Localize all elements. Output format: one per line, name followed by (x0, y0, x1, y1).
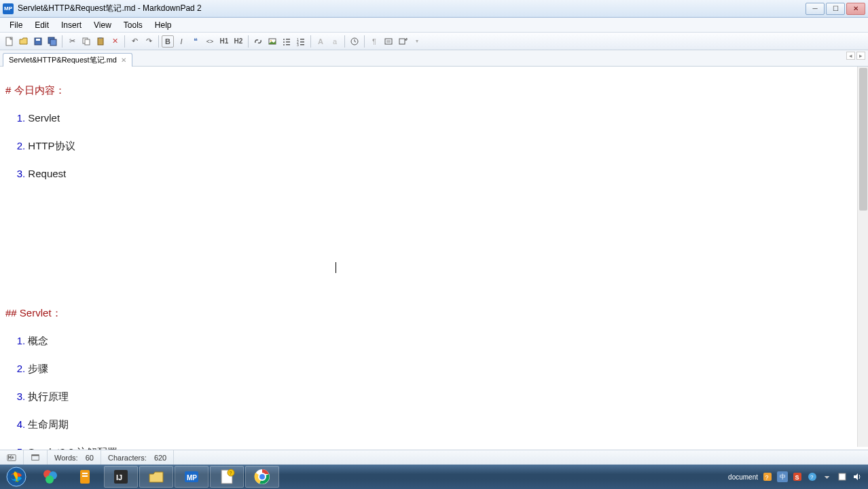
quote-button[interactable]: ❝ (189, 35, 202, 48)
status-characters: Characters: 620 (101, 450, 174, 465)
numbered-list-icon[interactable]: 123 (294, 35, 308, 48)
taskbar-markdownpad[interactable]: MP (175, 466, 209, 488)
svg-text:?: ? (765, 474, 769, 481)
svg-text:MP: MP (187, 474, 197, 482)
new-document-icon[interactable] (3, 35, 16, 48)
svg-rect-35 (82, 475, 88, 477)
delete-icon[interactable]: ✕ (108, 35, 122, 48)
menu-file[interactable]: File (4, 19, 28, 31)
menu-insert[interactable]: Insert (56, 19, 87, 31)
image-icon[interactable] (266, 35, 279, 48)
tab-prev-icon[interactable]: ◂ (846, 52, 855, 60)
svg-rect-8 (99, 37, 102, 39)
svg-point-15 (283, 44, 285, 46)
tray-icon-1[interactable]: ? (762, 471, 773, 482)
tab-label: Servlet&HTTP&Request笔记.md (9, 55, 117, 65)
status-bar: Words: 60 Characters: 620 (0, 450, 868, 465)
toolbar-separator (364, 35, 365, 48)
taskbar-app-5[interactable]: ? (210, 466, 244, 488)
status-markdown-icon (0, 450, 24, 465)
menu-help[interactable]: Help (149, 19, 177, 31)
svg-text:?: ? (230, 471, 232, 475)
taskbar-app-2[interactable] (69, 466, 103, 488)
tray-volume-icon[interactable] (852, 471, 863, 482)
toolbar-separator (344, 35, 345, 48)
taskbar-chrome[interactable] (245, 466, 279, 488)
taskbar-app-1[interactable] (33, 466, 67, 488)
svg-point-10 (270, 40, 272, 41)
save-icon[interactable] (31, 35, 45, 48)
undo-icon[interactable]: ↶ (128, 35, 141, 48)
toolbar-separator (158, 35, 159, 48)
svg-text:?: ? (810, 474, 814, 480)
redo-icon[interactable]: ↷ (142, 35, 156, 48)
tray-icon-3[interactable]: ? (807, 471, 818, 482)
link-icon[interactable] (251, 35, 265, 48)
svg-point-13 (283, 41, 285, 43)
svg-rect-18 (300, 39, 304, 40)
close-button[interactable]: ✕ (846, 3, 865, 15)
dropdown-icon[interactable]: ▾ (410, 35, 424, 48)
taskbar-intellij[interactable]: IJ (104, 466, 138, 488)
export-icon[interactable] (396, 35, 410, 48)
svg-rect-6 (85, 39, 90, 45)
editor-area[interactable]: # 今日内容： 1. Servlet 2. HTTP协议 3. Request … (0, 67, 868, 450)
tab-close-icon[interactable]: ✕ (121, 56, 126, 64)
toolbar-separator (248, 35, 249, 48)
paragraph-icon[interactable]: ¶ (367, 35, 381, 48)
svg-rect-22 (300, 44, 304, 46)
svg-rect-24 (385, 39, 392, 44)
svg-rect-2 (36, 39, 40, 41)
tray-ime-label[interactable]: document (728, 473, 758, 481)
start-button[interactable] (1, 465, 31, 488)
tab-bar: Servlet&HTTP&Request笔记.md ✕ ◂ ▸ (0, 50, 868, 67)
svg-text:3: 3 (297, 43, 299, 46)
uppercase-button[interactable]: A (314, 35, 327, 48)
tab-document[interactable]: Servlet&HTTP&Request笔记.md ✕ (3, 53, 132, 67)
save-all-icon[interactable] (46, 35, 59, 48)
h2-button[interactable]: H2 (232, 35, 245, 48)
toolbar-separator (62, 35, 62, 48)
svg-rect-16 (286, 44, 290, 46)
text-cursor (336, 262, 336, 273)
tray-flag-icon[interactable] (837, 471, 848, 482)
svg-rect-7 (98, 38, 103, 45)
taskbar-explorer[interactable] (139, 466, 173, 488)
bold-button[interactable]: B (162, 35, 174, 48)
maximize-button[interactable]: ☐ (826, 3, 845, 15)
menu-view[interactable]: View (88, 19, 117, 31)
menu-tools[interactable]: Tools (118, 19, 148, 31)
svg-rect-34 (82, 473, 88, 474)
preview-icon[interactable] (382, 35, 395, 48)
menu-bar: File Edit Insert View Tools Help (0, 18, 868, 33)
h1-button[interactable]: H1 (217, 35, 231, 48)
svg-rect-28 (32, 454, 39, 456)
scrollbar-thumb[interactable] (859, 68, 867, 211)
tray-sogou-icon[interactable]: S (792, 471, 803, 482)
code-button[interactable]: <> (203, 35, 217, 48)
svg-rect-4 (50, 39, 56, 46)
cut-icon[interactable]: ✂ (65, 35, 79, 48)
lowercase-button[interactable]: a (328, 35, 342, 48)
svg-text:S: S (795, 474, 799, 481)
status-preview-icon (24, 450, 48, 465)
svg-rect-14 (286, 41, 290, 43)
bullet-list-icon[interactable] (280, 35, 293, 48)
tray-ime-cn[interactable]: 中 (777, 471, 788, 482)
menu-edit[interactable]: Edit (29, 19, 54, 31)
toolbar: ✂ ✕ ↶ ↷ B I ❝ <> H1 H2 123 A a ¶ ▾ (0, 33, 868, 50)
svg-rect-51 (839, 473, 846, 480)
status-words: Words: 60 (48, 450, 101, 465)
minimize-button[interactable]: ─ (806, 3, 825, 15)
open-folder-icon[interactable] (17, 35, 31, 48)
timestamp-icon[interactable] (348, 35, 361, 48)
tab-next-icon[interactable]: ▸ (856, 52, 865, 60)
svg-rect-20 (300, 41, 304, 43)
tray-icon-4[interactable]: ⏷ (822, 471, 833, 482)
svg-rect-12 (286, 39, 290, 40)
copy-icon[interactable] (79, 35, 93, 48)
paste-icon[interactable] (94, 35, 107, 48)
italic-button[interactable]: I (175, 35, 188, 48)
windows-taskbar: IJ MP ? document ? 中 S ? ⏷ (0, 465, 868, 489)
vertical-scrollbar[interactable] (857, 67, 868, 447)
